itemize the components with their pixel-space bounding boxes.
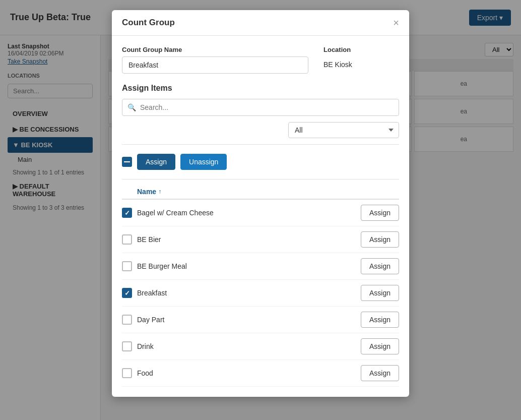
filter-row: All	[122, 122, 399, 138]
item-name: Drink	[137, 342, 356, 350]
assign-search-input[interactable]	[140, 99, 394, 115]
assign-button-breakfast[interactable]: Assign	[361, 285, 399, 301]
item-checkbox-drink[interactable]	[122, 341, 132, 351]
assign-button-be-burger[interactable]: Assign	[361, 258, 399, 274]
table-row: Food Assign	[122, 360, 399, 387]
modal-title: Count Group	[122, 18, 175, 28]
item-checkbox-day-part[interactable]	[122, 315, 132, 325]
location-value: BE Kiosk	[323, 56, 399, 69]
form-row-name-location: Count Group Name Location BE Kiosk	[122, 46, 399, 74]
sort-arrow-icon: ↑	[158, 188, 161, 195]
assign-search-bar: 🔍	[122, 99, 399, 116]
item-name: BE Bier	[137, 235, 356, 244]
search-icon: 🔍	[127, 103, 136, 111]
table-row: Breakfast Assign	[122, 280, 399, 307]
modal-close-button[interactable]: ×	[393, 18, 399, 28]
modal-header: Count Group ×	[112, 10, 409, 36]
item-checkbox-breakfast[interactable]	[122, 288, 132, 298]
divider-top	[122, 144, 399, 145]
table-row: BE Bier Assign	[122, 226, 399, 253]
filter-select[interactable]: All	[288, 122, 399, 138]
items-list: Bagel w/ Cream Cheese Assign BE Bier Ass…	[122, 200, 399, 387]
item-name: Food	[137, 369, 356, 377]
assign-button-day-part[interactable]: Assign	[361, 312, 399, 328]
item-name: Breakfast	[137, 289, 356, 297]
count-group-name-input[interactable]	[122, 56, 308, 74]
item-name: Bagel w/ Cream Cheese	[137, 209, 356, 217]
form-group-name: Count Group Name	[122, 46, 308, 74]
item-checkbox-be-burger[interactable]	[122, 261, 132, 271]
assign-button-bagel[interactable]: Assign	[361, 205, 399, 221]
item-checkbox-be-bier[interactable]	[122, 234, 132, 245]
form-group-location: Location BE Kiosk	[323, 46, 399, 74]
divider-bottom	[122, 179, 399, 179]
item-checkbox-bagel[interactable]	[122, 208, 132, 218]
item-checkbox-food[interactable]	[122, 368, 132, 378]
assign-button-drink[interactable]: Assign	[361, 338, 399, 354]
table-row: Day Part Assign	[122, 307, 399, 333]
bulk-assign-button[interactable]: Assign	[137, 154, 175, 170]
select-all-checkbox[interactable]	[122, 157, 132, 167]
items-table-header: Name ↑	[122, 185, 399, 200]
modal-body: Count Group Name Location BE Kiosk Assig…	[112, 36, 409, 397]
bulk-action-row: Assign Unassign	[122, 150, 399, 174]
bulk-unassign-button[interactable]: Unassign	[180, 154, 227, 170]
location-label: Location	[323, 46, 399, 53]
table-row: Bagel w/ Cream Cheese Assign	[122, 200, 399, 226]
assign-button-be-bier[interactable]: Assign	[361, 231, 399, 248]
name-column-header[interactable]: Name ↑	[137, 188, 161, 196]
count-group-modal: Count Group × Count Group Name Location …	[112, 10, 409, 397]
assign-button-food[interactable]: Assign	[361, 365, 399, 381]
item-name: Day Part	[137, 316, 356, 324]
table-row: Drink Assign	[122, 333, 399, 360]
table-row: BE Burger Meal Assign	[122, 253, 399, 280]
assign-items-title: Assign Items	[122, 84, 399, 93]
name-label: Count Group Name	[122, 46, 308, 53]
item-name: BE Burger Meal	[137, 262, 356, 270]
